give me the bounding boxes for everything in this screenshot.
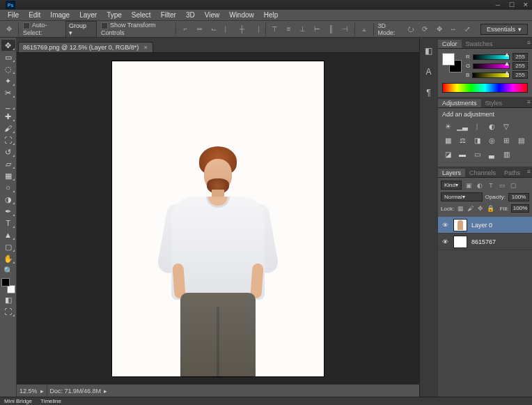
photo-filter-icon[interactable]: ◎ xyxy=(486,135,497,146)
zoom-readout[interactable]: 12.5% ▸ xyxy=(19,388,44,395)
gradient-tool[interactable]: ▦ xyxy=(1,170,15,181)
lock-pixels-icon[interactable]: 🖌 xyxy=(467,204,474,213)
character-panel-icon[interactable]: A xyxy=(423,66,435,78)
fill-input[interactable]: 100% xyxy=(511,204,529,213)
visibility-icon[interactable]: 👁 xyxy=(441,238,449,246)
filter-pixel-icon[interactable]: ▣ xyxy=(464,181,473,190)
b-slider[interactable]: B255 xyxy=(466,71,528,79)
blur-tool[interactable]: ○ xyxy=(1,182,15,193)
filter-smart-icon[interactable]: ▢ xyxy=(509,181,517,190)
crop-tool[interactable]: ✂ xyxy=(1,87,15,98)
menu-edit[interactable]: Edit xyxy=(24,10,45,20)
align-right-icon[interactable]: ⎹ xyxy=(251,24,260,35)
distribute-hcenter-icon[interactable]: ║ xyxy=(326,24,336,35)
align-top-icon[interactable]: ⌐ xyxy=(180,24,190,35)
menu-file[interactable]: File xyxy=(3,10,24,20)
distribute-left-icon[interactable]: ⊢ xyxy=(312,24,322,35)
invert-icon[interactable]: ◪ xyxy=(442,148,453,160)
document-tab[interactable]: 8615769.png @ 12.5% (Layer 0, RGB/8*) × xyxy=(18,42,153,52)
magic-wand-tool[interactable]: ✦ xyxy=(1,75,15,86)
auto-select-checkbox[interactable]: Auto-Select: xyxy=(23,22,61,36)
distribute-vcenter-icon[interactable]: ≡ xyxy=(284,24,294,35)
visibility-icon[interactable]: 👁 xyxy=(441,221,449,229)
eraser-tool[interactable]: ▱ xyxy=(1,158,15,169)
fg-bg-swatch[interactable] xyxy=(442,53,462,72)
g-slider[interactable]: G255 xyxy=(466,62,528,70)
layer-name[interactable]: 8615767 xyxy=(471,238,496,245)
layer-row[interactable]: 👁 Layer 0 xyxy=(438,217,532,234)
3d-pan-icon[interactable]: ✥ xyxy=(434,24,444,35)
hue-sat-icon[interactable]: ▦ xyxy=(442,135,453,146)
exposure-icon[interactable]: ◐ xyxy=(486,121,497,132)
rectangle-tool[interactable]: ▢ xyxy=(1,241,15,252)
fg-bg-color[interactable] xyxy=(1,278,15,293)
doc-size-readout[interactable]: Doc: 71.9M/46.8M ▸ xyxy=(50,388,108,395)
menu-view[interactable]: View xyxy=(200,10,225,20)
align-hcenter-icon[interactable]: ┼ xyxy=(237,24,247,35)
tab-layers[interactable]: Layers xyxy=(438,169,465,177)
eyedropper-tool[interactable]: ⎯ xyxy=(1,99,15,110)
quick-mask-tool[interactable]: ◧ xyxy=(1,294,15,305)
threshold-icon[interactable]: ▭ xyxy=(471,148,483,160)
auto-select-target[interactable]: Group ▾ xyxy=(65,21,97,38)
menu-layer[interactable]: Layer xyxy=(75,10,102,20)
b-value[interactable]: 255 xyxy=(513,71,528,79)
layer-row[interactable]: 👁 8615767 xyxy=(438,234,532,250)
3d-slide-icon[interactable]: ↔ xyxy=(448,24,458,35)
tab-color[interactable]: Color xyxy=(438,40,462,48)
3d-scale-icon[interactable]: ⤢ xyxy=(462,24,472,35)
dodge-tool[interactable]: ◑ xyxy=(1,194,15,205)
canvas-region[interactable] xyxy=(17,53,419,384)
tab-styles[interactable]: Styles xyxy=(481,99,507,107)
color-spectrum[interactable] xyxy=(442,83,528,93)
bw-icon[interactable]: ◨ xyxy=(471,135,483,146)
filter-shape-icon[interactable]: ▭ xyxy=(498,181,506,190)
history-brush-tool[interactable]: ↺ xyxy=(1,146,15,158)
hand-tool[interactable]: ✋ xyxy=(1,253,15,264)
levels-icon[interactable]: ▁▃ xyxy=(457,121,468,132)
tab-paths[interactable]: Paths xyxy=(500,169,524,177)
menu-select[interactable]: Select xyxy=(127,10,156,20)
tab-timeline[interactable]: Timeline xyxy=(36,398,65,404)
close-tab-icon[interactable]: × xyxy=(143,45,148,50)
r-value[interactable]: 255 xyxy=(513,53,528,61)
paragraph-panel-icon[interactable]: ¶ xyxy=(423,86,435,99)
lasso-tool[interactable]: ◌ xyxy=(1,63,15,75)
filter-type-icon[interactable]: T xyxy=(487,181,495,190)
panel-menu-icon[interactable]: ≡ xyxy=(527,99,531,105)
maximize-icon[interactable]: ☐ xyxy=(508,1,515,8)
show-transform-checkbox[interactable]: Show Transform Controls xyxy=(101,22,172,36)
tab-adjustments[interactable]: Adjustments xyxy=(438,99,481,107)
align-bottom-icon[interactable]: ⌙ xyxy=(209,24,219,35)
selective-color-icon[interactable]: ▥ xyxy=(501,148,512,160)
menu-3d[interactable]: 3D xyxy=(181,10,200,20)
close-icon[interactable]: ✕ xyxy=(522,1,529,8)
brush-tool[interactable]: 🖌 xyxy=(1,123,15,134)
lock-all-icon[interactable]: 🔒 xyxy=(487,204,494,213)
tab-channels[interactable]: Channels xyxy=(465,169,500,177)
3d-rotate-icon[interactable]: ⭮ xyxy=(406,24,416,35)
screen-mode-tool[interactable]: ⛶ xyxy=(1,306,15,317)
align-left-icon[interactable]: ⎸ xyxy=(223,24,233,35)
lock-transparency-icon[interactable]: ▦ xyxy=(457,204,464,213)
gradient-map-icon[interactable]: ▃ xyxy=(486,148,497,160)
distribute-right-icon[interactable]: ⊣ xyxy=(340,24,350,35)
filter-adjust-icon[interactable]: ◐ xyxy=(476,181,484,190)
zoom-tool[interactable]: 🔍 xyxy=(1,265,15,276)
menu-window[interactable]: Window xyxy=(224,10,259,20)
healing-brush-tool[interactable]: ✚ xyxy=(1,111,15,122)
g-value[interactable]: 255 xyxy=(513,62,528,70)
panel-menu-icon[interactable]: ≡ xyxy=(527,169,531,175)
distribute-top-icon[interactable]: ⊤ xyxy=(269,24,279,35)
panel-menu-icon[interactable]: ≡ xyxy=(527,40,531,46)
posterize-icon[interactable]: ▬ xyxy=(457,148,468,160)
layer-filter-kind[interactable]: Kind ▾ xyxy=(441,181,462,190)
type-tool[interactable]: T xyxy=(1,217,15,229)
move-tool[interactable]: ✥ xyxy=(1,40,15,51)
r-slider[interactable]: R255 xyxy=(466,53,528,61)
menu-filter[interactable]: Filter xyxy=(156,10,181,20)
vibrance-icon[interactable]: ▽ xyxy=(501,121,512,132)
menu-help[interactable]: Help xyxy=(259,10,283,20)
opacity-input[interactable]: 100% xyxy=(508,193,529,201)
minimize-icon[interactable]: ─ xyxy=(494,1,501,8)
